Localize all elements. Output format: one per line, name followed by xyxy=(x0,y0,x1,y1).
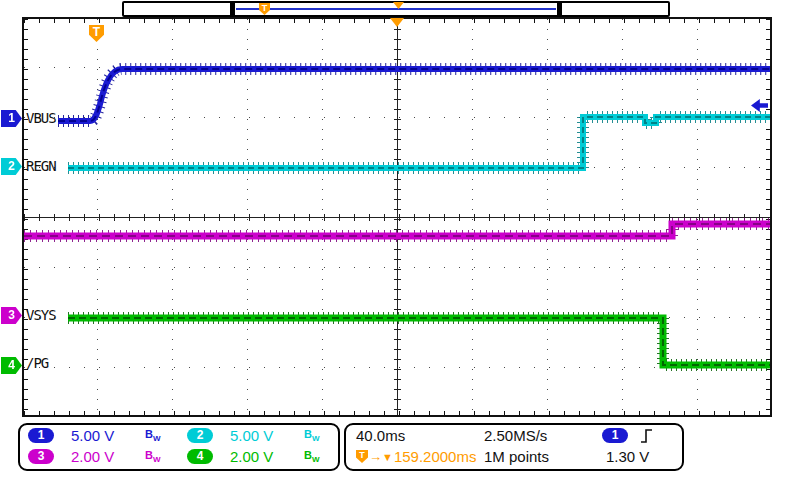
channel4-bandwidth-icon: BW xyxy=(304,449,346,464)
channel4-scale: 2.00 V xyxy=(230,448,304,465)
acquisition-overview-bar: T xyxy=(122,1,670,17)
waveform-label-regn: REGN xyxy=(26,158,56,174)
vbus-trace-core xyxy=(58,69,770,121)
vbus-trace-noise xyxy=(58,69,770,121)
arrow-right-icon: → xyxy=(369,449,382,464)
graticule: VBUS REGN VSYS /PG T xyxy=(22,17,772,417)
channel1-badge[interactable]: 1 xyxy=(28,428,54,443)
trigger-source-badge[interactable]: 1 xyxy=(602,428,628,443)
channel2-zero-marker[interactable]: 2 xyxy=(1,158,22,175)
timebase-trigger-readout-box: 40.0ms 2.50MS/s 1 T → ▼ 159.2000ms 1M po… xyxy=(344,423,684,471)
regn-trace-core xyxy=(68,117,770,168)
trigger-delay-value: 159.2000ms xyxy=(394,448,477,465)
regn-trace-noise xyxy=(68,117,770,168)
waveform-traces xyxy=(24,19,770,415)
regn-trace xyxy=(68,117,770,168)
trigger-position-icon[interactable]: T xyxy=(259,3,270,15)
vbus-trace xyxy=(58,69,770,121)
waveform-label-vsys: VSYS xyxy=(26,307,56,323)
zoom-window-brackets[interactable]: T xyxy=(230,1,562,17)
trigger-row: T → ▼ 159.2000ms 1M points 1.30 V xyxy=(346,446,682,467)
overview-waveform-line xyxy=(236,8,556,10)
trigger-delay-t-icon: T xyxy=(356,450,368,463)
trigger-delay: T → ▼ 159.2000ms xyxy=(356,448,484,465)
triangle-down-icon: ▼ xyxy=(382,451,393,463)
waveform-label-vbus: VBUS xyxy=(26,110,56,126)
pg-trace xyxy=(68,318,770,365)
channel-readout-box: 1 5.00 V BW 2 5.00 V BW 3 2.00 V BW 4 2.… xyxy=(18,423,340,471)
channel4-badge[interactable]: 4 xyxy=(187,449,213,464)
channel3-bandwidth-icon: BW xyxy=(145,449,187,464)
channel3-scale: 2.00 V xyxy=(71,448,145,465)
timebase-value: 40.0ms xyxy=(356,427,484,444)
channel-readout-row: 3 2.00 V BW 4 2.00 V BW xyxy=(20,446,338,467)
channel-readout-row: 1 5.00 V BW 2 5.00 V BW xyxy=(20,425,338,446)
channel1-bandwidth-icon: BW xyxy=(145,428,187,443)
channel2-badge[interactable]: 2 xyxy=(187,428,213,443)
record-length-value: 1M points xyxy=(484,448,598,465)
timebase-row: 40.0ms 2.50MS/s 1 xyxy=(346,425,682,446)
channel4-zero-marker[interactable]: 4 xyxy=(1,357,22,374)
waveform-label-pg: /PG xyxy=(26,355,48,371)
channel3-badge[interactable]: 3 xyxy=(28,449,54,464)
trigger-level-value: 1.30 V xyxy=(598,448,649,465)
channel1-zero-marker[interactable]: 1 xyxy=(1,110,22,127)
channel1-scale: 5.00 V xyxy=(71,427,145,444)
channel2-scale: 5.00 V xyxy=(230,427,304,444)
sample-rate-value: 2.50MS/s xyxy=(484,427,598,444)
channel3-zero-marker[interactable]: 3 xyxy=(1,307,22,324)
rising-edge-icon xyxy=(640,428,653,444)
channel2-bandwidth-icon: BW xyxy=(304,428,346,443)
